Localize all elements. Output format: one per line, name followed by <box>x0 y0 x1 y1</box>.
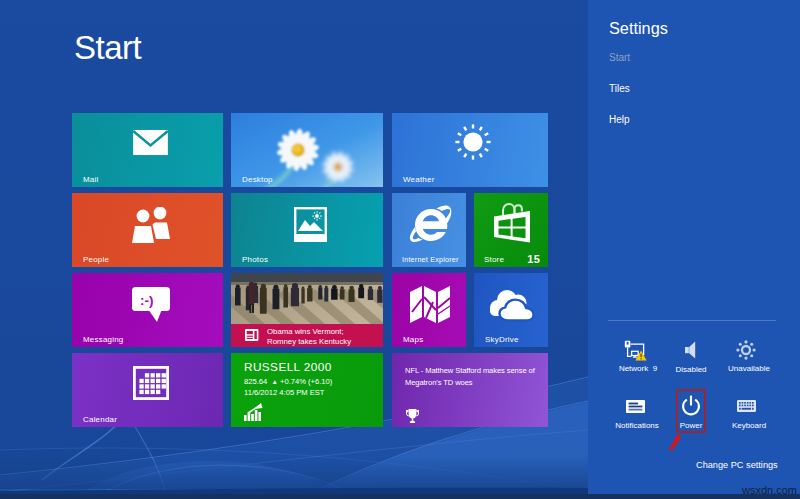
svg-text:Obama wins Vermont;: Obama wins Vermont; <box>267 327 344 336</box>
svg-text::-): :-) <box>140 293 154 308</box>
svg-text:Romney takes Kentucky: Romney takes Kentucky <box>267 337 351 346</box>
